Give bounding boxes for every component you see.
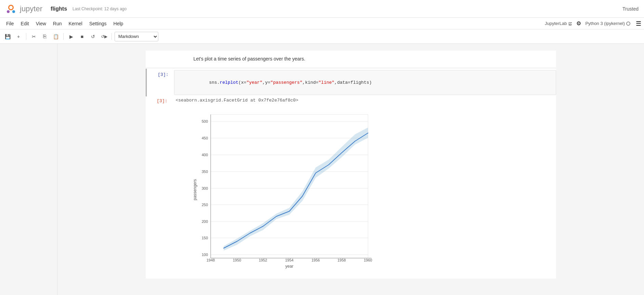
code-input-wrapper: [3]: sns.relplot(x="year",y="passengers"… bbox=[146, 69, 556, 96]
topbar: jupyter flights Last Checkpoint: 12 days… bbox=[0, 0, 644, 18]
main-content: Let's plot a time series of passengers o… bbox=[0, 44, 644, 295]
menu-kernel[interactable]: Kernel bbox=[65, 19, 86, 28]
svg-text:450: 450 bbox=[201, 136, 208, 140]
svg-text:year: year bbox=[285, 264, 293, 269]
cut-button[interactable]: ✂ bbox=[29, 32, 39, 41]
chart-container: 100 150 200 250 300 350 400 450 500 pass… bbox=[173, 104, 556, 279]
add-cell-button[interactable]: + bbox=[14, 32, 23, 41]
svg-text:300: 300 bbox=[201, 186, 208, 190]
svg-text:200: 200 bbox=[201, 219, 208, 224]
code-output-area: <seaborn.axisgrid.FacetGrid at 0x7fe2e76… bbox=[173, 96, 556, 279]
code-output-wrapper: [3]: <seaborn.axisgrid.FacetGrid at 0x7f… bbox=[146, 96, 556, 279]
svg-text:1948: 1948 bbox=[206, 258, 214, 262]
markdown-text: Let's plot a time series of passengers o… bbox=[173, 53, 556, 65]
code-input-area[interactable]: sns.relplot(x="year",y="passengers",kind… bbox=[174, 70, 556, 95]
toolbar-divider-1 bbox=[26, 33, 26, 40]
svg-text:250: 250 bbox=[201, 203, 208, 207]
code-output-prompt: [3]: bbox=[146, 96, 173, 106]
svg-point-2 bbox=[7, 10, 10, 13]
cell-type-selector[interactable]: Markdown Code Raw NBConvert bbox=[115, 32, 158, 41]
code-cell-body: sns.relplot(x="year",y="passengers",kind… bbox=[174, 70, 556, 95]
paste-button[interactable]: 📋 bbox=[51, 32, 61, 41]
toolbar-divider-3 bbox=[111, 33, 112, 40]
svg-text:passengers: passengers bbox=[193, 179, 197, 200]
trusted-label: Trusted bbox=[622, 6, 639, 12]
menu-edit[interactable]: Edit bbox=[17, 19, 32, 28]
svg-text:350: 350 bbox=[201, 170, 208, 174]
menu-help[interactable]: Help bbox=[110, 19, 127, 28]
jupyter-logo-icon bbox=[5, 3, 16, 14]
notebook-content: Let's plot a time series of passengers o… bbox=[57, 44, 644, 295]
svg-text:150: 150 bbox=[201, 236, 208, 240]
menubar: File Edit View Run Kernel Settings Help … bbox=[0, 18, 644, 29]
markdown-cell-prompt bbox=[146, 53, 173, 57]
menu-settings[interactable]: Settings bbox=[86, 19, 110, 28]
restart-button[interactable]: ↺ bbox=[88, 32, 98, 41]
svg-point-3 bbox=[12, 10, 15, 13]
text-output: <seaborn.axisgrid.FacetGrid at 0x7fe2e76… bbox=[173, 96, 556, 104]
toolbar-divider-2 bbox=[63, 33, 64, 40]
line-chart: 100 150 200 250 300 350 400 450 500 pass… bbox=[190, 111, 382, 279]
notebook-title: flights bbox=[51, 6, 67, 12]
kernel-status: Python 3 (ipykernel) bbox=[585, 21, 632, 26]
svg-text:1956: 1956 bbox=[311, 258, 319, 262]
kernel-circle-icon bbox=[626, 22, 630, 26]
markdown-cell-content: Let's plot a time series of passengers o… bbox=[173, 53, 556, 65]
sidebar bbox=[0, 44, 57, 295]
svg-text:100: 100 bbox=[201, 253, 208, 257]
jupyterlab-link[interactable]: JupyterLab bbox=[545, 21, 572, 26]
menu-file[interactable]: File bbox=[3, 19, 17, 28]
svg-rect-4 bbox=[211, 115, 368, 258]
svg-text:1954: 1954 bbox=[285, 258, 293, 262]
svg-text:500: 500 bbox=[201, 119, 208, 123]
save-button[interactable]: 💾 bbox=[3, 32, 12, 41]
kernel-settings-icon[interactable]: ⚙ bbox=[576, 20, 581, 27]
logo-area: jupyter flights Last Checkpoint: 12 days… bbox=[5, 3, 127, 14]
menu-icon[interactable]: ☰ bbox=[636, 20, 641, 27]
code-cell-3: [3]: sns.relplot(x="year",y="passengers"… bbox=[146, 69, 556, 279]
checkpoint-info: Last Checkpoint: 12 days ago bbox=[73, 6, 127, 11]
svg-text:400: 400 bbox=[201, 153, 208, 157]
stop-button[interactable]: ■ bbox=[77, 32, 87, 41]
menu-run[interactable]: Run bbox=[50, 19, 65, 28]
svg-text:1950: 1950 bbox=[233, 258, 241, 262]
restart-run-button[interactable]: ↺▶ bbox=[99, 32, 109, 41]
code-input-prompt: [3]: bbox=[147, 70, 174, 79]
svg-text:1952: 1952 bbox=[259, 258, 267, 262]
copy-button[interactable]: ⎘ bbox=[40, 32, 50, 41]
toolbar: 💾 + ✂ ⎘ 📋 ▶ ■ ↺ ↺▶ Markdown Code Raw NBC… bbox=[0, 29, 644, 44]
svg-point-1 bbox=[9, 6, 13, 9]
menu-view[interactable]: View bbox=[32, 19, 50, 28]
run-button[interactable]: ▶ bbox=[66, 32, 76, 41]
svg-text:1960: 1960 bbox=[364, 258, 372, 262]
cell-container-markdown: Let's plot a time series of passengers o… bbox=[146, 51, 556, 67]
svg-text:1958: 1958 bbox=[337, 258, 345, 262]
